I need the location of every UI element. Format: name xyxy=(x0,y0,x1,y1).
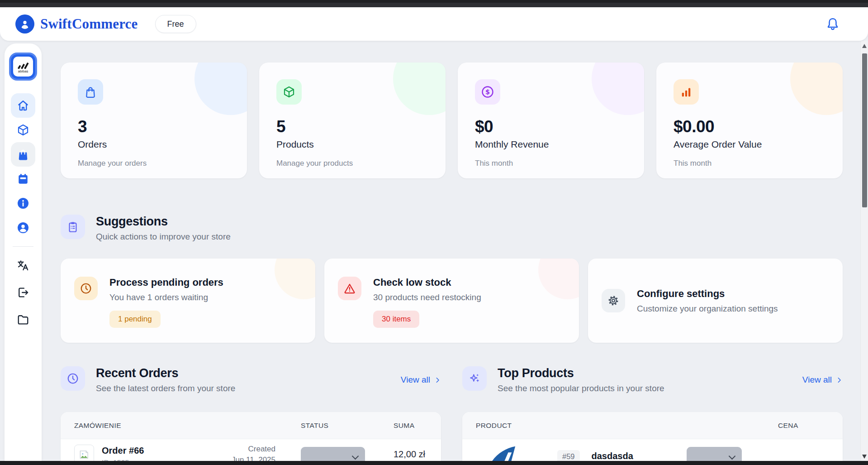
stats-row: 3 Orders Manage your orders 5 Products M… xyxy=(61,41,843,178)
sidebar-item-language[interactable] xyxy=(11,253,35,278)
order-status-stage: Created xyxy=(232,444,275,455)
suggestion-subtitle: Customize your organization settings xyxy=(637,304,778,314)
order-cell: Order #66 ID: 1595 Created Jun 11, 2025 xyxy=(74,439,301,461)
view-all-products-link[interactable]: View all xyxy=(802,375,843,385)
notifications-button[interactable] xyxy=(825,16,841,32)
sidebar-org-button[interactable]: abibas xyxy=(9,53,37,81)
page-canvas: abibas xyxy=(0,41,868,461)
product-cell: #59 dasdasda xyxy=(476,439,778,461)
shopping-bag-icon xyxy=(78,79,103,105)
stat-caption: This month xyxy=(674,159,825,168)
chevron-right-icon xyxy=(836,377,843,384)
home-icon xyxy=(16,99,30,112)
sidebar-item-orders[interactable] xyxy=(11,142,35,167)
order-name: Order #66 xyxy=(102,446,144,456)
recent-orders-table: ZAMÓWIENIE STATUS SUMA Order #66 ID: 159… xyxy=(61,412,441,461)
svg-text:abibas: abibas xyxy=(18,69,28,73)
status-badge: 30 items xyxy=(373,311,419,328)
sidebar-item-calendar[interactable] xyxy=(11,167,35,191)
view-all-label: View all xyxy=(802,375,832,385)
list-section-headers: Recent Orders See the latest orders from… xyxy=(61,366,843,393)
folder-icon xyxy=(16,313,30,326)
decorative-circle xyxy=(194,62,247,115)
stat-label: Monthly Revenue xyxy=(475,139,627,150)
section-title: Recent Orders xyxy=(96,366,235,380)
clock-icon xyxy=(61,366,85,391)
stat-value: $0.00 xyxy=(674,117,825,136)
table-header-row: ZAMÓWIENIE STATUS SUMA xyxy=(61,412,441,439)
view-all-orders-link[interactable]: View all xyxy=(401,375,441,385)
order-status-select[interactable] xyxy=(301,447,365,461)
section-title: Suggestions xyxy=(96,215,231,229)
stat-label: Average Order Value xyxy=(674,139,825,150)
section-subtitle: See the most popular products in your st… xyxy=(498,384,664,393)
scrollbar-up-arrow[interactable] xyxy=(862,44,867,48)
bell-icon xyxy=(825,17,840,31)
stat-card-average-order-value[interactable]: $0.00 Average Order Value This month xyxy=(656,62,843,178)
clock-icon xyxy=(74,277,98,300)
suggestion-card-configure-settings[interactable]: Configure settings Customize your organi… xyxy=(588,259,843,343)
status-badge: 1 pending xyxy=(109,311,161,328)
abibas-logo: abibas xyxy=(13,57,33,77)
product-rank-badge: #59 xyxy=(557,450,580,461)
broken-image-icon xyxy=(74,445,94,461)
app-header: SwiftCommerce Free xyxy=(0,7,868,41)
top-products-table: PRODUCT CENA #59 dasdasda xyxy=(462,412,843,461)
main-content: 3 Orders Manage your orders 5 Products M… xyxy=(61,41,843,461)
alert-triangle-icon xyxy=(338,277,361,300)
stat-label: Orders xyxy=(78,139,230,150)
column-header: PRODUCT xyxy=(476,422,778,430)
package-icon xyxy=(16,123,30,137)
sidebar-item-home[interactable] xyxy=(11,93,35,118)
tables-row: ZAMÓWIENIE STATUS SUMA Order #66 ID: 159… xyxy=(61,412,843,461)
stat-card-orders[interactable]: 3 Orders Manage your orders xyxy=(61,62,247,178)
suggestions-header: Suggestions Quick actions to improve you… xyxy=(61,215,843,242)
package-icon xyxy=(276,79,302,105)
browser-bottom-bar xyxy=(0,461,868,465)
top-products-header: Top Products See the most popular produc… xyxy=(462,366,843,393)
info-icon xyxy=(16,197,30,210)
stat-value: 5 xyxy=(276,117,428,136)
stat-caption: Manage your products xyxy=(276,159,428,168)
column-header: SUMA xyxy=(394,422,441,430)
translate-icon xyxy=(16,259,30,272)
stat-label: Products xyxy=(276,139,428,150)
decorative-circle xyxy=(393,62,446,115)
sidebar-item-products[interactable] xyxy=(11,118,35,142)
product-select[interactable] xyxy=(687,447,742,461)
column-header: ZAMÓWIENIE xyxy=(74,422,301,430)
column-header: CENA xyxy=(778,422,843,430)
order-info: Order #66 ID: 1595 xyxy=(102,446,144,461)
table-row[interactable]: Order #66 ID: 1595 Created Jun 11, 2025 … xyxy=(61,439,441,461)
user-circle-icon xyxy=(19,18,31,30)
stat-value: $0 xyxy=(475,117,627,136)
suggestion-card-pending-orders[interactable]: Process pending orders You have 1 orders… xyxy=(61,259,315,343)
product-image xyxy=(483,441,519,461)
sparkles-icon xyxy=(462,366,487,391)
user-icon xyxy=(16,221,30,235)
brand-avatar[interactable] xyxy=(15,14,34,34)
shopping-bag-icon xyxy=(16,148,30,161)
section-subtitle: Quick actions to improve your store xyxy=(96,232,231,242)
calendar-icon xyxy=(16,172,30,186)
sidebar: abibas xyxy=(5,43,42,461)
table-header-row: PRODUCT CENA xyxy=(462,412,843,439)
sidebar-item-info[interactable] xyxy=(11,191,35,216)
sidebar-item-logout[interactable] xyxy=(11,280,35,305)
suggestion-subtitle: 30 products need restocking xyxy=(373,292,481,302)
suggestion-subtitle: You have 1 orders waiting xyxy=(109,292,223,302)
scrollbar-thumb[interactable] xyxy=(862,53,867,207)
sidebar-item-files[interactable] xyxy=(11,307,35,332)
table-row[interactable]: #59 dasdasda xyxy=(462,439,843,461)
sidebar-item-account[interactable] xyxy=(11,216,35,240)
suggestion-card-low-stock[interactable]: Check low stock 30 products need restock… xyxy=(324,259,579,343)
stat-card-monthly-revenue[interactable]: $ $0 Monthly Revenue This month xyxy=(458,62,644,178)
scrollbar-down-arrow[interactable] xyxy=(862,455,867,459)
decorative-circle xyxy=(592,62,644,115)
section-title: Top Products xyxy=(498,366,664,380)
bar-chart-icon xyxy=(674,79,699,105)
stat-card-products[interactable]: 5 Products Manage your products xyxy=(259,62,446,178)
dollar-circle-icon: $ xyxy=(475,79,500,105)
plan-badge[interactable]: Free xyxy=(155,15,196,33)
order-total: 12,00 zł xyxy=(394,449,441,460)
